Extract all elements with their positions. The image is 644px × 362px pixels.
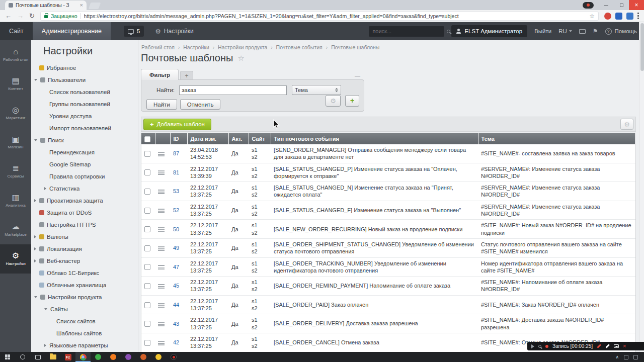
- logout-link[interactable]: Выйти: [534, 28, 551, 34]
- row-checkbox[interactable]: [144, 169, 150, 175]
- row-actions-menu-icon[interactable]: [158, 265, 165, 269]
- taskbar-app-app-purple[interactable]: [121, 352, 136, 362]
- filter-tab[interactable]: Фильтр: [141, 69, 179, 80]
- topbar-settings-button[interactable]: Настройки: [155, 28, 194, 35]
- find-type-select[interactable]: Тема: [292, 85, 341, 95]
- row-actions-menu-icon[interactable]: [158, 246, 165, 251]
- rail-item-desktop[interactable]: ⌂Рабочий стол: [0, 40, 31, 69]
- filter-cancel-button[interactable]: Отменить: [180, 99, 221, 110]
- row-id-link[interactable]: 49: [173, 245, 179, 251]
- add-filter-tab-button[interactable]: +: [180, 71, 193, 80]
- menu-item[interactable]: Правила сортировки: [31, 170, 138, 183]
- user-menu-button[interactable]: ELST Администратор: [451, 25, 527, 37]
- rail-item-shop[interactable]: ▣Магазин: [0, 128, 31, 157]
- row-checkbox[interactable]: [144, 151, 150, 157]
- menu-item[interactable]: Защита от DDoS: [31, 207, 138, 219]
- filter-minimize-button[interactable]: —: [355, 72, 360, 78]
- pin-icon[interactable]: [593, 28, 598, 34]
- row-actions-menu-icon[interactable]: [158, 341, 165, 345]
- tray-icon[interactable]: [624, 355, 628, 359]
- row-id-link[interactable]: 45: [173, 283, 179, 289]
- menu-item[interactable]: Локализация: [31, 243, 138, 255]
- maximize-button[interactable]: [614, 0, 629, 10]
- menu-item[interactable]: Облачные хранилища: [31, 279, 138, 291]
- rail-item-marketplace[interactable]: ☁Marketplace: [0, 215, 31, 244]
- chevron-down-icon[interactable]: [34, 296, 37, 298]
- taskbar-app-firefox[interactable]: [106, 352, 121, 362]
- row-actions-menu-icon[interactable]: [158, 322, 165, 326]
- menu-item[interactable]: Импорт пользователей: [31, 122, 138, 134]
- start-button[interactable]: [0, 352, 15, 362]
- menu-item[interactable]: Проактивная защита: [31, 195, 138, 207]
- column-header[interactable]: ID: [170, 133, 187, 144]
- menu-item[interactable]: Избранное: [31, 62, 138, 74]
- menu-item[interactable]: Веб-кластер: [31, 255, 138, 267]
- taskbar-app-filezilla[interactable]: Fz: [60, 352, 75, 362]
- row-actions-menu-icon[interactable]: [158, 303, 165, 308]
- rail-item-services[interactable]: ≣Сервисы: [0, 157, 31, 186]
- menu-item[interactable]: Шаблоны сайтов: [31, 327, 138, 339]
- chevron-right-icon[interactable]: [44, 344, 46, 347]
- menu-item[interactable]: Список пользователей: [31, 86, 138, 98]
- rail-item-settings[interactable]: ⚙Настройки: [0, 244, 31, 274]
- menu-item[interactable]: Группы пользователей: [31, 98, 138, 110]
- row-actions-menu-icon[interactable]: [158, 190, 165, 194]
- row-id-link[interactable]: 50: [173, 226, 179, 232]
- row-checkbox[interactable]: [144, 340, 150, 346]
- row-checkbox[interactable]: [144, 264, 150, 270]
- breadcrumb-item[interactable]: Почтовые шаблоны: [331, 44, 379, 50]
- admin-search-box[interactable]: [369, 26, 444, 37]
- menu-item[interactable]: Google Sitemap: [31, 158, 138, 170]
- chevron-down-icon[interactable]: [44, 308, 47, 310]
- recording-close-icon[interactable]: [623, 343, 626, 349]
- display-icon[interactable]: [579, 29, 586, 34]
- chevron-down-icon[interactable]: [34, 139, 37, 141]
- pencil-red-icon[interactable]: [597, 344, 601, 348]
- menu-item[interactable]: Уровни доступа: [31, 110, 138, 122]
- menu-item[interactable]: Языковые параметры: [31, 339, 138, 351]
- add-template-button[interactable]: + Добавить шаблон: [143, 119, 211, 130]
- row-checkbox[interactable]: [144, 283, 150, 289]
- breadcrumb-item[interactable]: Настройки: [183, 44, 209, 50]
- filter-settings-button[interactable]: [326, 95, 341, 107]
- chevron-right-icon[interactable]: [34, 247, 36, 250]
- row-id-link[interactable]: 44: [173, 302, 179, 308]
- help-button[interactable]: Помощь: [605, 28, 637, 35]
- url-omnibox[interactable]: Защищено https://electrostroy.org/bitrix…: [40, 12, 599, 21]
- row-checkbox[interactable]: [144, 302, 150, 308]
- bookmark-star-icon[interactable]: [589, 13, 595, 20]
- menu-item[interactable]: Пользователи: [31, 74, 138, 86]
- tab-site[interactable]: Сайт: [0, 22, 33, 40]
- back-button[interactable]: [5, 13, 12, 19]
- taskbar-app-app-green[interactable]: [91, 352, 106, 362]
- flag-extension-icon[interactable]: [615, 13, 622, 20]
- row-id-link[interactable]: 42: [173, 339, 179, 345]
- page-scrollbar[interactable]: [639, 22, 644, 352]
- language-selector[interactable]: RU: [558, 28, 572, 34]
- menu-item[interactable]: Настройки продукта: [31, 291, 138, 303]
- taskbar-app-file-explorer[interactable]: [45, 352, 60, 362]
- browser-menu-icon[interactable]: [637, 13, 639, 19]
- column-header[interactable]: Тип почтового события: [271, 133, 478, 144]
- row-id-link[interactable]: 52: [173, 207, 179, 213]
- taskbar-app-chrome[interactable]: [75, 352, 91, 362]
- row-id-link[interactable]: 87: [173, 150, 179, 156]
- filter-add-field-button[interactable]: +: [345, 95, 359, 107]
- scrollbar-thumb[interactable]: [640, 23, 644, 71]
- filter-submit-button[interactable]: Найти: [146, 99, 177, 110]
- taskbar-app-app-orange[interactable]: [136, 352, 151, 362]
- zoom-icon[interactable]: [538, 345, 541, 348]
- row-checkbox[interactable]: [144, 321, 150, 327]
- row-id-link[interactable]: 81: [173, 169, 179, 175]
- menu-item[interactable]: Сайты: [31, 303, 138, 315]
- cortana-button[interactable]: [15, 352, 30, 362]
- row-actions-menu-icon[interactable]: [158, 227, 165, 232]
- column-header[interactable]: Дата изм.: [187, 133, 228, 144]
- breadcrumb-item[interactable]: Рабочий стол: [141, 44, 175, 50]
- row-checkbox[interactable]: [144, 226, 150, 232]
- admin-search-input[interactable]: [372, 28, 444, 34]
- forward-button[interactable]: [17, 13, 24, 19]
- row-id-link[interactable]: 53: [173, 188, 179, 194]
- rail-item-marketing[interactable]: ◎Маркетинг: [0, 99, 31, 128]
- select-all-checkbox[interactable]: [144, 136, 150, 142]
